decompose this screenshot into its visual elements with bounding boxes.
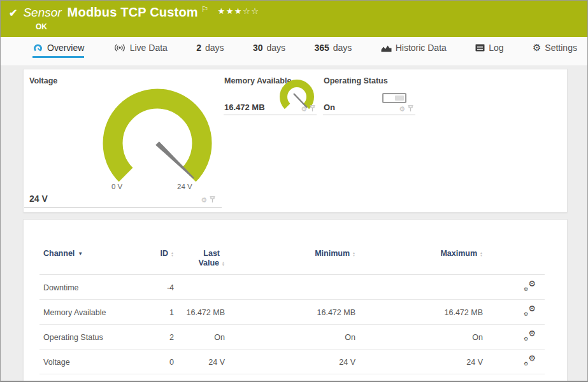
gauge-title: Operating Status [324, 76, 388, 85]
table-row: Operating Status 2 On On On ⚙⚙ [39, 325, 545, 350]
gauges-panel: Voltage 0 V 24 V 24 V ⚙ Memory Available [23, 69, 568, 213]
channel-minimum: 24 V [229, 350, 359, 374]
channel-settings-icon[interactable]: ⚙⚙ [524, 331, 536, 341]
channel-name: Downtime [39, 275, 151, 300]
column-header-actions [487, 245, 545, 275]
stars-filled: ★★★ [218, 6, 243, 16]
toggle-knob [395, 96, 404, 101]
tab-2-days[interactable]: 2 days [196, 43, 224, 58]
column-label: Maximum [440, 249, 477, 258]
sort-arrows-icon: ▲▼ [480, 251, 483, 257]
title-row: ✔ Sensor Modbus TCP Custom ⚐ ★★★☆☆ [9, 5, 259, 20]
pin-icon[interactable] [408, 105, 413, 112]
channel-name: Operating Status [39, 325, 151, 350]
stars-empty: ☆☆ [243, 6, 259, 16]
sort-arrows-icon: ▲▼ [171, 251, 174, 257]
channel-maximum: On [359, 325, 487, 350]
sensor-status-header: ✔ Sensor Modbus TCP Custom ⚐ ★★★☆☆ OK [1, 1, 587, 37]
channel-id: -4 [151, 275, 178, 300]
gear-icon[interactable]: ⚙ [399, 106, 405, 112]
column-header-minimum[interactable]: Minimum▲▼ [229, 245, 359, 275]
column-label: Value [198, 258, 219, 267]
gauge-scale-min: 0 V [111, 183, 122, 190]
tab-settings[interactable]: ⚙ Settings [533, 43, 577, 58]
column-header-last-value[interactable]: LastValue▲▼ [178, 245, 229, 275]
gauge-footer-icons: ⚙ [301, 105, 315, 112]
table-row: Memory Available 1 16.472 MB 16.472 MB 1… [39, 300, 545, 325]
tab-label: Live Data [130, 43, 168, 53]
channel-maximum: 16.472 MB [359, 300, 487, 325]
tab-historic-data[interactable]: Historic Data [381, 43, 447, 58]
gear-icon[interactable]: ⚙ [201, 197, 207, 203]
tab-number: 30 [253, 43, 263, 53]
ok-check-icon: ✔ [9, 7, 17, 19]
channel-maximum [359, 275, 487, 300]
operating-status-toggle [382, 93, 406, 103]
sort-caret-icon: ▼ [78, 251, 83, 257]
tab-30-days[interactable]: 30 days [253, 43, 285, 58]
sensor-window: ✔ Sensor Modbus TCP Custom ⚐ ★★★☆☆ OK Ov… [0, 0, 588, 382]
tab-number: 365 [314, 43, 329, 53]
object-kind-label: Sensor [23, 6, 61, 20]
gauge-value: 24 V [29, 194, 48, 204]
channel-last-value: On [178, 325, 229, 350]
tab-label: days [205, 43, 224, 53]
column-label: Last [198, 249, 225, 258]
channel-name: Memory Available [39, 300, 151, 325]
operating-status-block: Operating Status On ⚙ [323, 73, 415, 115]
voltage-gauge-block: Voltage 0 V 24 V 24 V ⚙ [24, 73, 222, 208]
gauge-title: Voltage [29, 76, 57, 85]
settings-gear-icon: ⚙ [533, 43, 541, 52]
sort-arrows-icon: ▲▼ [222, 261, 225, 266]
gauge-value: On [324, 103, 335, 112]
channel-table: Channel▼ ID▲▼ LastValue▲▼ Minimum▲▼ Maxi [39, 245, 545, 374]
pin-icon[interactable] [210, 196, 215, 203]
status-badge: OK [36, 22, 47, 31]
tab-label: days [333, 43, 352, 53]
channel-settings-icon[interactable]: ⚙⚙ [524, 356, 536, 366]
channel-settings-icon[interactable]: ⚙⚙ [524, 306, 536, 316]
gauge-scale-max: 24 V [177, 183, 192, 190]
tab-label: days [267, 43, 286, 53]
gauge-icon [32, 43, 43, 53]
tab-label: Overview [47, 43, 84, 53]
log-icon [475, 44, 485, 52]
pin-icon[interactable] [310, 105, 315, 112]
gauge-footer-icons: ⚙ [399, 105, 413, 112]
table-row: Voltage 0 24 V 24 V 24 V ⚙⚙ [39, 350, 545, 374]
sort-arrows-icon: ▲▼ [352, 251, 355, 257]
channel-id: 1 [151, 300, 178, 325]
memory-gauge-block: Memory Available 16.472 MB ⚙ [224, 73, 317, 115]
tab-number: 2 [196, 43, 201, 53]
page-title: Modbus TCP Custom [68, 5, 198, 20]
channel-settings-icon[interactable]: ⚙⚙ [524, 281, 536, 292]
priority-flag-icon[interactable]: ⚐ [201, 4, 209, 14]
tab-log[interactable]: Log [475, 43, 503, 58]
gauge-value: 16.472 MB [224, 103, 265, 112]
gear-icon[interactable]: ⚙ [301, 106, 307, 112]
channel-minimum: 16.472 MB [229, 300, 359, 325]
column-header-id[interactable]: ID▲▼ [151, 245, 178, 275]
channels-panel: Channel▼ ID▲▼ LastValue▲▼ Minimum▲▼ Maxi [23, 219, 568, 381]
tab-365-days[interactable]: 365 days [314, 43, 352, 58]
column-header-maximum[interactable]: Maximum▲▼ [359, 245, 487, 275]
table-row: Downtime -4 ⚙⚙ [39, 275, 545, 300]
gauge-footer-icons: ⚙ [201, 196, 215, 203]
tab-live-data[interactable]: Live Data [113, 43, 168, 58]
tab-overview[interactable]: Overview [32, 43, 84, 58]
column-header-channel[interactable]: Channel▼ [39, 245, 151, 275]
overview-content: Voltage 0 V 24 V 24 V ⚙ Memory Available [1, 66, 587, 381]
column-label: Channel [43, 249, 75, 258]
priority-stars[interactable]: ★★★☆☆ [218, 6, 260, 16]
tab-label: Historic Data [396, 43, 447, 53]
channel-minimum [229, 275, 359, 300]
historic-chart-icon [381, 44, 392, 52]
live-data-icon [113, 43, 126, 52]
channel-last-value: 24 V [178, 350, 229, 374]
channel-id: 0 [151, 350, 178, 374]
channel-name: Voltage [39, 350, 151, 374]
voltage-gauge [94, 85, 221, 199]
channel-last-value: 16.472 MB [178, 300, 229, 325]
tab-label: Settings [545, 43, 577, 53]
channel-minimum: On [229, 325, 359, 350]
